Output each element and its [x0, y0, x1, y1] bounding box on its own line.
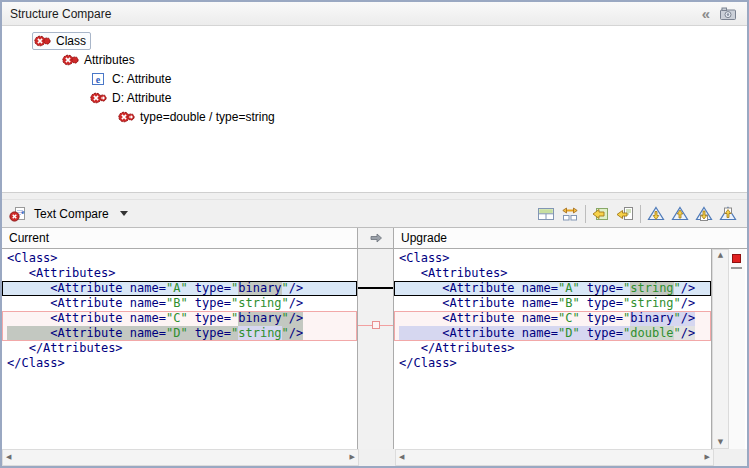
code-line[interactable]: <Attributes> — [2, 266, 357, 281]
element-e-icon: e — [90, 72, 107, 86]
svg-text:e: e — [21, 208, 24, 216]
compare-column-headers: Current Upgrade — [2, 227, 747, 249]
code-line[interactable]: <Class> — [2, 251, 357, 266]
tree-item-label: D: Attribute — [112, 91, 171, 105]
code-line[interactable]: </Class> — [394, 356, 711, 371]
toolbar-separator — [640, 205, 641, 223]
collapse-icon[interactable]: « — [695, 5, 717, 23]
two-way-view-icon[interactable] — [534, 203, 558, 225]
code-line[interactable]: <Attributes> — [394, 266, 711, 281]
left-editor[interactable]: <Class> <Attributes> <Attribute name="A"… — [2, 249, 358, 449]
scroll-right-icon[interactable]: ▶ — [705, 454, 710, 461]
code-line[interactable]: </Class> — [2, 356, 357, 371]
selected-diff-connector[interactable] — [358, 287, 393, 289]
scroll-down-icon[interactable]: ▼ — [718, 439, 723, 446]
copy-current-right-to-left-icon[interactable] — [613, 203, 637, 225]
diff-icon — [34, 34, 51, 48]
tree-item-c-attribute[interactable]: eC: Attribute — [2, 69, 747, 88]
tree-item-d-attribute[interactable]: D: Attribute — [2, 88, 747, 107]
tree-item-attributes[interactable]: Attributes — [2, 50, 747, 69]
code-line[interactable]: <Attribute name="A" type="binary"/> — [2, 281, 357, 296]
structure-tree: ClassAttributeseC: AttributeD: Attribute… — [2, 26, 747, 193]
tree-item-type-double-type-string[interactable]: type=double / type=string — [2, 107, 747, 126]
previous-difference-icon[interactable] — [668, 203, 692, 225]
overview-ruler[interactable] — [729, 249, 745, 449]
viewer-dropdown-icon[interactable] — [120, 211, 128, 216]
direction-arrow-icon — [358, 228, 394, 248]
code-line[interactable]: <Attribute name="B" type="string"/> — [394, 296, 711, 311]
copy-all-right-to-left-icon[interactable] — [589, 203, 613, 225]
diff-icon — [62, 53, 79, 67]
code-line[interactable]: <Attribute name="D" type="string"/> — [2, 326, 357, 341]
scroll-right-icon[interactable]: ▶ — [350, 454, 355, 461]
code-line[interactable]: <Attribute name="D" type="double"/> — [394, 326, 711, 341]
horizontal-scrollbar-row: ◀ ▶ ◀ ▶ — [2, 449, 747, 466]
scroll-left-icon[interactable]: ◀ — [6, 454, 11, 461]
code-line[interactable]: <Attribute name="B" type="string"/> — [2, 296, 357, 311]
scroll-up-icon[interactable]: ▲ — [718, 252, 723, 259]
tree-item-label: C: Attribute — [112, 72, 171, 86]
code-line[interactable]: </Attributes> — [2, 341, 357, 356]
svg-text:e: e — [96, 73, 101, 84]
diff-change-icon — [118, 110, 135, 124]
diff-change-icon — [90, 91, 107, 105]
right-editor[interactable]: <Class> <Attributes> <Attribute name="A"… — [394, 249, 712, 449]
structure-compare-title: Structure Compare — [10, 7, 695, 21]
text-compare-toolbar — [534, 203, 740, 225]
vertical-scrollbar[interactable]: ▲ ▼ — [712, 249, 729, 449]
compare-editor-window: Structure Compare « ClassAttributeseC: A… — [0, 0, 749, 468]
scroll-left-icon[interactable]: ◀ — [399, 454, 404, 461]
structure-compare-header: Structure Compare « — [2, 2, 747, 26]
text-compare-title: Text Compare — [34, 207, 109, 221]
column-header-current: Current — [2, 228, 358, 248]
right-horizontal-scrollbar[interactable]: ◀ ▶ — [395, 449, 714, 466]
next-change-icon[interactable] — [692, 203, 716, 225]
compare-viewer-icon: e — [9, 206, 27, 222]
diff-gutter — [358, 249, 394, 449]
diff-marker-selected[interactable] — [732, 254, 741, 263]
code-line[interactable]: <Class> — [394, 251, 711, 266]
code-line[interactable]: <Attribute name="A" type="string"/> — [394, 281, 711, 296]
column-header-upgrade: Upgrade — [394, 228, 747, 248]
tree-item-label: Class — [56, 34, 86, 48]
swap-panes-icon[interactable] — [558, 203, 582, 225]
code-line[interactable]: <Attribute name="C" type="binary"/> — [2, 311, 357, 326]
toolbar-separator — [585, 205, 586, 223]
code-line[interactable]: <Attribute name="C" type="binary"/> — [394, 311, 711, 326]
next-difference-icon[interactable] — [644, 203, 668, 225]
tree-item-label: type=double / type=string — [140, 110, 275, 124]
diff-marker-line — [731, 267, 742, 269]
diff-block-handle[interactable] — [372, 321, 380, 329]
left-horizontal-scrollbar[interactable]: ◀ ▶ — [2, 449, 359, 466]
tree-item-label: Attributes — [84, 53, 135, 67]
tree-item-class[interactable]: Class — [2, 31, 747, 50]
code-line[interactable]: </Attributes> — [394, 341, 711, 356]
previous-change-icon[interactable] — [716, 203, 740, 225]
camera-icon[interactable] — [717, 5, 739, 23]
text-compare-header: e Text Compare — [2, 199, 747, 227]
